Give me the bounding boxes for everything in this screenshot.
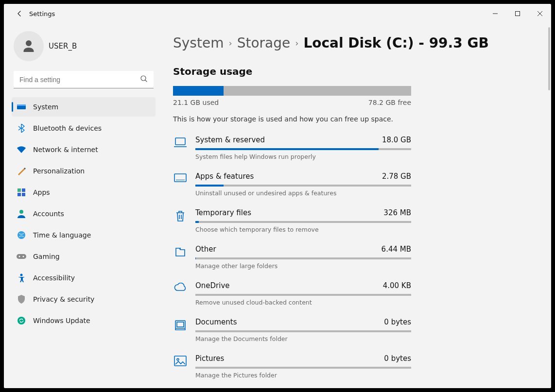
section-title: Storage usage [173,66,532,77]
category-title: Documents [195,318,237,326]
search-input[interactable] [14,71,154,88]
category-row[interactable]: Documents0 bytesManage the Documents fol… [173,311,411,347]
svg-rect-3 [17,104,26,106]
svg-point-11 [19,256,20,257]
sidebar-item-label: System [33,103,58,111]
sidebar-item-apps[interactable]: Apps [12,183,156,202]
trash-icon [173,208,188,233]
chevron-right-icon: › [295,38,298,48]
minimize-button[interactable] [484,4,506,23]
category-title: Apps & features [195,172,254,181]
settings-window: Settings USER_B [4,4,551,388]
category-size: 4.00 KB [383,281,411,290]
sidebar-item-label: Time & language [33,231,91,239]
svg-rect-16 [174,174,186,182]
category-row[interactable]: System & reserved18.0 GBSystem files hel… [173,129,411,165]
sidebar-item-update[interactable]: Windows Update [12,311,156,330]
category-list: System & reserved18.0 GBSystem files hel… [173,129,411,384]
svg-point-1 [141,76,146,81]
system-icon [17,103,26,110]
titlebar: Settings [4,4,551,23]
search-icon [140,75,148,85]
category-body: Temporary files326 MBChoose which tempor… [195,208,411,233]
usage-labels: 21.1 GB used 78.2 GB free [173,99,411,106]
sidebar-item-label: Accessibility [33,274,75,282]
category-size: 0 bytes [384,354,411,363]
avatar [14,31,44,61]
sidebar: USER_B System Bluetooth & devices [4,23,159,388]
category-body: OneDrive4.00 KBRemove unused cloud-backe… [195,281,411,306]
category-description: Remove unused cloud-backed content [195,299,411,306]
brush-icon [17,167,26,175]
main-panel: System › Storage › Local Disk (C:) - 99.… [159,23,551,388]
category-row[interactable]: Apps & features2.78 GBUninstall unused o… [173,165,411,202]
sidebar-item-label: Network & internet [33,146,98,153]
usage-bar-fill [173,86,224,96]
breadcrumb-system[interactable]: System [173,35,224,51]
category-row[interactable]: OneDrive4.00 KBRemove unused cloud-backe… [173,274,411,311]
svg-rect-6 [17,193,21,196]
sidebar-item-gaming[interactable]: Gaming [12,247,156,266]
svg-rect-4 [17,188,21,192]
svg-rect-5 [22,188,25,192]
svg-point-8 [19,210,23,214]
svg-point-12 [23,256,24,257]
close-button[interactable] [529,4,551,23]
globe-icon [17,231,26,239]
usage-description: This is how your storage is used and how… [173,115,532,123]
svg-point-13 [20,274,23,276]
svg-rect-10 [17,254,26,259]
sidebar-item-label: Bluetooth & devices [33,124,102,132]
category-row[interactable]: Pictures0 bytesManage the Pictures folde… [173,347,411,384]
breadcrumb-current: Local Disk (C:) - 99.3 GB [303,35,488,51]
laptop-icon [173,136,188,160]
bluetooth-icon [17,124,26,133]
category-description: Manage the Pictures folder [195,372,411,379]
category-bar [195,185,411,187]
sidebar-item-privacy[interactable]: Privacy & security [12,290,156,309]
sidebar-item-label: Windows Update [33,317,90,324]
category-bar [195,257,411,259]
category-size: 326 MB [383,208,411,217]
category-body: Other6.44 MBManage other large folders [195,245,411,270]
sidebar-item-bluetooth[interactable]: Bluetooth & devices [12,119,156,138]
sidebar-item-accounts[interactable]: Accounts [12,204,156,223]
wifi-icon [17,146,26,153]
app-title: Settings [29,10,55,17]
category-row[interactable]: Other6.44 MBManage other large folders [173,238,411,274]
svg-rect-20 [174,356,186,366]
svg-point-14 [17,317,25,324]
free-label: 78.2 GB free [368,99,411,106]
back-button[interactable] [12,10,27,17]
breadcrumb-storage[interactable]: Storage [237,35,291,51]
category-row[interactable]: Temporary files326 MBChoose which tempor… [173,202,411,238]
svg-rect-19 [177,322,184,327]
gaming-icon [17,253,26,260]
category-description: System files help Windows run properly [195,153,411,160]
update-icon [17,316,26,325]
category-title: Temporary files [195,208,251,217]
sidebar-item-accessibility[interactable]: Accessibility [12,268,156,288]
usage-bar [173,86,411,96]
shield-icon [17,295,26,304]
user-block[interactable]: USER_B [14,31,154,61]
sidebar-item-network[interactable]: Network & internet [12,140,156,159]
search-box [14,71,154,88]
user-name: USER_B [49,42,77,51]
svg-point-9 [17,231,25,239]
svg-rect-0 [516,12,520,16]
used-label: 21.1 GB used [173,99,219,106]
sidebar-item-label: Accounts [33,210,64,218]
category-bar [195,221,411,223]
maximize-button[interactable] [506,4,529,23]
sidebar-item-system[interactable]: System [12,97,156,117]
sidebar-item-time[interactable]: Time & language [12,225,156,245]
category-body: Apps & features2.78 GBUninstall unused o… [195,172,411,197]
sidebar-item-personalization[interactable]: Personalization [12,161,156,181]
category-bar [195,294,411,296]
scrollbar[interactable] [548,27,550,90]
category-title: System & reserved [195,136,265,144]
chevron-right-icon: › [228,38,232,48]
category-title: Other [195,245,216,254]
category-body: Pictures0 bytesManage the Pictures folde… [195,354,411,379]
